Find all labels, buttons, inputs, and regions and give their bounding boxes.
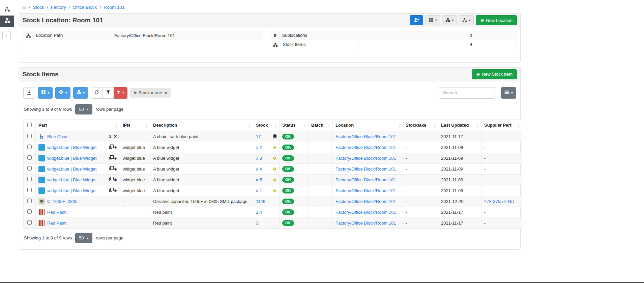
column-header-stocktake[interactable]: Stocktake▴▾ [403,119,438,131]
part-link[interactable]: Red Paint [47,221,66,226]
location-link[interactable]: Factory/Office Block/Room 101 [335,134,396,139]
page-size-dropdown[interactable]: 50 ▾ [75,104,92,114]
new-stock-item-button[interactable]: ⊕ New Stock Item [472,69,517,79]
batch-cell [309,217,333,228]
download-button[interactable] [23,87,35,99]
sidebar-item-parts[interactable] [0,4,14,16]
stock-link[interactable]: 1149 [256,199,265,204]
column-header-supplier-part[interactable]: Supplier Part▴▾ [481,119,522,131]
part-cell: Red Paint [36,217,120,228]
caret-down-icon: ▾ [83,91,85,95]
row-checkbox-cell [24,185,36,196]
breadcrumb-link[interactable]: Room 101 [104,5,124,10]
row-checkbox[interactable] [27,177,32,181]
column-header-status[interactable]: Status▴▾ [280,119,309,131]
row-checkbox[interactable] [27,145,32,149]
breadcrumb-separator: / [99,5,101,10]
caret-down-icon: ▾ [452,19,453,22]
breadcrumb-link[interactable]: Office Block [73,5,97,10]
row-checkbox[interactable] [27,209,32,214]
column-header-description[interactable]: Description▴▾ [150,119,253,131]
stock-link[interactable]: 2.4 [256,210,262,215]
location-actions-button[interactable]: ▾ [459,15,474,25]
column-header-ipn[interactable]: IPN▴▾ [120,119,150,131]
clear-filters-button[interactable]: × [114,87,127,99]
stock-link[interactable]: 3 [256,221,258,226]
location-link[interactable]: Factory/Office Block/Room 101 [335,145,396,150]
part-thumbnail-paint [38,220,45,226]
location-link[interactable]: Factory/Office Block/Room 101 [335,199,396,204]
part-link[interactable]: widget.blue | Blue Widget [47,177,96,182]
row-checkbox-cell [24,217,36,228]
sidebar-item-stock[interactable] [0,16,14,27]
page-size-value: 50 [79,235,84,240]
stock-link[interactable]: # 4 [256,166,262,172]
row-checkbox[interactable] [27,220,32,225]
refresh-button[interactable] [91,87,103,99]
row-checkbox[interactable] [27,199,32,203]
row-checkbox[interactable] [27,155,32,160]
location-cell: Factory/Office Block/Room 101 [333,153,403,163]
part-link[interactable]: Red Paint [47,210,66,215]
batch-cell: - [309,196,333,207]
part-link[interactable]: widget.blue | Blue Widget [47,156,96,161]
location-cell: Factory/Office Block/Room 101 [333,196,403,207]
part-link[interactable]: widget.blue | Blue Widget [47,188,96,193]
menu-icon[interactable]: ≡ [22,4,26,10]
user-access-button[interactable] [410,15,423,25]
part-cell: C_100nF_0805 [36,196,120,207]
stock-options-dropdown[interactable]: ▾ [73,87,88,99]
barcode-actions-dropdown[interactable]: ▾ [38,87,53,99]
columns-button[interactable]: ▾ [501,87,516,99]
select-all-checkbox[interactable] [27,123,32,127]
column-header-batch[interactable]: Batch▴▾ [309,119,333,131]
trackable-icon: ◈ [114,167,117,171]
print-actions-dropdown[interactable]: ▾ [55,87,70,99]
stock-link[interactable]: # 1 [256,188,262,193]
location-link[interactable]: Factory/Office Block/Room 101 [335,156,396,161]
supplier-part-cell: - [481,174,522,185]
supplier-part-value: - [484,188,486,193]
row-checkbox[interactable] [27,166,32,171]
location-link[interactable]: Factory/Office Block/Room 101 [335,221,396,226]
table-row: Blue Chair$⚒ A chair - with blue paint 1… [24,131,522,142]
column-header-stock[interactable]: Stock▴▾ [253,119,280,131]
part-cell: Red Paint [36,207,120,217]
part-link[interactable]: Blue Chair [47,134,68,139]
column-header-location[interactable]: Location▴▾ [333,119,403,131]
location-link[interactable]: Factory/Office Block/Room 101 [335,188,396,193]
stock-link[interactable]: # 5 [256,177,262,182]
description-cell: A blue widget [150,185,253,196]
page-size-dropdown[interactable]: 50 ▴ [75,233,92,243]
stock-link[interactable]: # 3 [256,156,262,161]
filter-button[interactable] [102,87,114,99]
part-link[interactable]: widget.blue | Blue Widget [47,145,96,150]
column-header-last-updated[interactable]: Last Updated▴▾ [438,119,481,131]
breadcrumb-link[interactable]: Factory [51,5,66,10]
barcode-actions-button[interactable]: ▾ [425,15,440,25]
part-link[interactable]: widget.blue | Blue Widget [47,166,96,172]
new-location-button[interactable]: ⊕ New Location [476,15,517,25]
stock-actions-button[interactable]: ▾ [442,15,457,25]
stock-cell: # 3 [253,153,280,163]
location-cell: Factory/Office Block/Room 101 [333,174,403,185]
breadcrumb-link[interactable]: Stock [33,5,44,10]
column-header-part[interactable]: Part▴▾ [36,119,120,131]
stock-link[interactable]: 17 [256,134,261,139]
search-input[interactable] [439,87,495,99]
row-checkbox[interactable] [27,134,32,138]
filter-chip[interactable]: In Stock = true x [130,88,171,98]
supplier-part-cell: - [481,207,522,217]
caret-down-icon: ▾ [469,19,470,22]
row-checkbox[interactable] [27,188,32,192]
status-badge: OK [282,220,294,226]
sidebar-expand-button[interactable]: › [2,31,11,39]
location-panel-heading: Stock Location: Room 101 ▾ [19,14,520,27]
location-link[interactable]: Factory/Office Block/Room 101 [335,177,396,182]
supplier-part-link[interactable]: 478-3755-2-ND [484,199,515,204]
part-link[interactable]: C_100nF_0805 [47,199,78,204]
stock-link[interactable]: # 2 [256,145,262,150]
remove-filter-icon[interactable]: x [165,90,167,95]
location-link[interactable]: Factory/Office Block/Room 101 [335,166,396,172]
location-link[interactable]: Factory/Office Block/Room 101 [335,210,396,215]
